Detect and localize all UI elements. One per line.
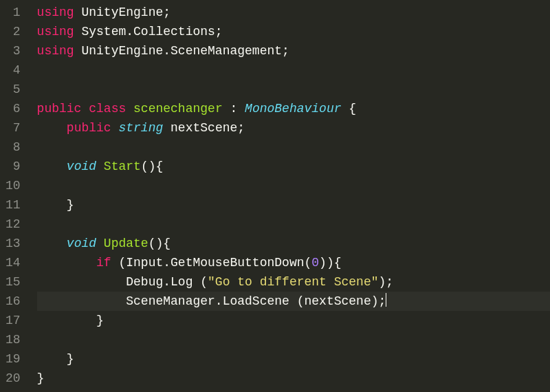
token-type: void (67, 160, 96, 173)
token-fn: Start (104, 160, 141, 173)
token-plain: } (37, 314, 104, 327)
token-plain (37, 237, 67, 250)
code-line[interactable] (37, 80, 550, 99)
token-plain: } (37, 198, 74, 212)
line-number: 13 (6, 234, 21, 253)
code-line[interactable] (37, 138, 550, 157)
line-number: 7 (6, 118, 21, 138)
token-plain (81, 102, 89, 116)
line-number: 10 (6, 176, 21, 195)
token-plain: { (342, 102, 357, 116)
token-plain: } (37, 371, 45, 385)
token-plain: UnityEngine; (74, 6, 170, 19)
line-number: 14 (6, 253, 21, 272)
code-line[interactable]: void Start(){ (37, 157, 550, 176)
line-number: 15 (6, 272, 21, 292)
code-line[interactable]: if (Input.GetMouseButtonDown(0)){ (37, 253, 550, 272)
code-line[interactable] (37, 61, 550, 80)
token-plain: System.Collections; (74, 25, 223, 39)
text-cursor (386, 293, 386, 307)
token-type: MonoBehaviour (245, 102, 341, 116)
token-kw: using (37, 44, 74, 58)
token-type: string (118, 121, 163, 135)
line-number: 5 (6, 80, 21, 99)
line-number: 18 (6, 330, 21, 349)
line-number: 1 (6, 3, 21, 22)
token-plain: : (223, 102, 245, 116)
line-number: 19 (6, 349, 21, 369)
token-plain: Debug.Log ( (37, 275, 208, 289)
code-line[interactable]: } (37, 195, 550, 215)
token-plain: nextScene; (163, 121, 245, 135)
line-number: 3 (6, 41, 21, 61)
code-line[interactable] (37, 176, 550, 195)
line-number: 4 (6, 61, 21, 80)
token-kw: public (37, 102, 82, 116)
line-number: 6 (6, 99, 21, 118)
code-line[interactable]: public class scenechanger : MonoBehaviou… (37, 99, 550, 118)
token-num: 0 (311, 256, 319, 270)
code-line[interactable]: using UnityEngine; (37, 3, 550, 22)
token-kw: if (96, 256, 111, 270)
code-line[interactable]: } (37, 369, 550, 388)
token-plain: SceneManager.LoadScene (nextScene); (37, 294, 386, 308)
token-kw: public (67, 121, 111, 135)
token-plain (111, 121, 119, 135)
line-number: 9 (6, 157, 21, 176)
token-kw: using (37, 6, 74, 19)
code-line[interactable]: SceneManager.LoadScene (nextScene); (37, 292, 550, 311)
line-number-gutter: 1234567891011121314151617181920 (0, 0, 29, 392)
code-line[interactable]: using System.Collections; (37, 22, 550, 41)
token-plain: UnityEngine.SceneManagement; (74, 44, 289, 58)
code-line[interactable]: } (37, 349, 550, 369)
line-number: 17 (6, 311, 21, 330)
line-number: 8 (6, 138, 21, 157)
line-number: 2 (6, 22, 21, 41)
line-number: 12 (6, 215, 21, 234)
code-line[interactable]: public string nextScene; (37, 118, 550, 138)
token-plain: (Input.GetMouseButtonDown( (111, 256, 312, 270)
code-line[interactable]: void Update(){ (37, 234, 550, 253)
token-kw: class (89, 102, 126, 116)
token-plain (37, 256, 96, 270)
token-kw: using (37, 25, 74, 39)
token-plain (96, 160, 104, 173)
code-area[interactable]: using UnityEngine;using System.Collectio… (29, 0, 550, 392)
line-number: 16 (6, 292, 21, 311)
token-str: "Go to different Scene" (208, 275, 378, 289)
token-fn: scenechanger (133, 102, 223, 116)
code-line[interactable] (37, 215, 550, 234)
token-plain (96, 237, 104, 250)
token-plain: ); (379, 275, 394, 289)
token-type: void (67, 237, 96, 250)
line-number: 20 (6, 369, 21, 388)
token-plain (126, 102, 133, 116)
code-editor[interactable]: 1234567891011121314151617181920 using Un… (0, 0, 550, 392)
code-line[interactable]: using UnityEngine.SceneManagement; (37, 41, 550, 61)
code-line[interactable]: Debug.Log ("Go to different Scene"); (37, 272, 550, 292)
code-line[interactable]: } (37, 311, 550, 330)
token-plain (37, 121, 67, 135)
token-plain (37, 160, 67, 173)
code-line[interactable] (37, 330, 550, 349)
token-fn: Update (104, 237, 148, 250)
token-plain: (){ (141, 160, 163, 173)
token-plain: } (37, 352, 74, 366)
line-number: 11 (6, 195, 21, 215)
token-plain: )){ (319, 256, 341, 270)
token-plain: (){ (148, 237, 170, 250)
